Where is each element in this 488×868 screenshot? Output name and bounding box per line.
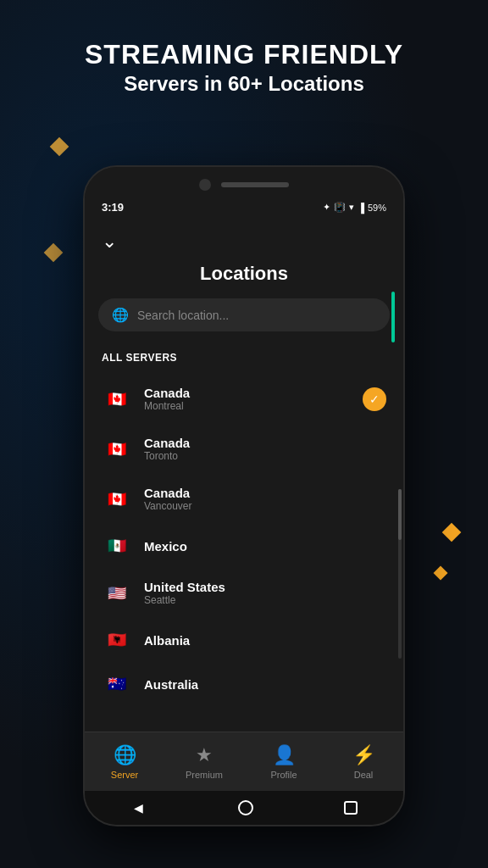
server-list: 🇨🇦 Canada Montreal ✓ 🇨🇦 Canada Toronto 🇨… <box>85 374 403 706</box>
server-nav-label: Server <box>111 770 138 780</box>
camera-icon <box>199 179 211 191</box>
server-country: Australia <box>144 677 386 692</box>
premium-nav-label: Premium <box>186 770 223 780</box>
deal-nav-icon: ⚡ <box>352 744 375 766</box>
recents-nav-button[interactable] <box>344 801 358 815</box>
server-city: Seattle <box>144 594 386 606</box>
banner-subheadline: Servers in 60+ Locations <box>34 70 454 97</box>
server-country: Canada <box>144 386 351 400</box>
phone-notch <box>85 167 403 199</box>
flag-canada-vancouver: 🇨🇦 <box>102 489 132 509</box>
section-label: ALL SERVERS <box>85 345 403 374</box>
decorative-diamond-4 <box>434 566 448 581</box>
server-country: Albania <box>144 633 386 648</box>
status-icons: ✦ 📳 ▾ ▐ 59% <box>323 202 386 213</box>
nav-item-premium[interactable]: ★ Premium <box>164 744 244 780</box>
android-nav-bar: ◀ <box>85 791 403 825</box>
back-button[interactable]: ⌄ <box>85 220 403 263</box>
server-info-mexico: Mexico <box>144 539 386 554</box>
server-item[interactable]: 🇨🇦 Canada Vancouver <box>85 474 403 524</box>
server-city: Vancouver <box>144 500 386 512</box>
profile-nav-label: Profile <box>270 770 297 780</box>
scrollbar-track <box>398 489 402 659</box>
flag-australia: 🇦🇺 <box>102 674 132 694</box>
server-info-australia: Australia <box>144 677 386 692</box>
server-info-canada-toronto: Canada Toronto <box>144 436 386 462</box>
premium-nav-icon: ★ <box>196 744 213 766</box>
signal-icon: ▐ <box>358 203 364 213</box>
flag-canada-montreal: 🇨🇦 <box>102 389 132 409</box>
globe-icon: 🌐 <box>112 307 129 323</box>
server-item[interactable]: 🇲🇽 Mexico <box>85 524 403 568</box>
profile-nav-icon: 👤 <box>273 744 296 766</box>
server-info-canada-montreal: Canada Montreal <box>144 386 351 412</box>
deal-nav-label: Deal <box>354 770 374 780</box>
phone-mockup: 3:19 ✦ 📳 ▾ ▐ 59% ⌄ Locations 🌐 Search lo… <box>83 165 405 826</box>
server-country: Canada <box>144 486 386 500</box>
server-item[interactable]: 🇨🇦 Canada Montreal ✓ <box>85 374 403 424</box>
nav-item-profile[interactable]: 👤 Profile <box>244 744 324 780</box>
server-country: United States <box>144 580 386 594</box>
nav-item-deal[interactable]: ⚡ Deal <box>324 744 403 780</box>
bluetooth-icon: ✦ <box>323 202 330 213</box>
server-item[interactable]: 🇺🇸 United States Seattle <box>85 568 403 618</box>
phone-content: ⌄ Locations 🌐 Search location... ALL SER… <box>85 220 403 802</box>
scrollbar-thumb[interactable] <box>398 489 402 540</box>
server-item[interactable]: 🇦🇺 Australia <box>85 662 403 706</box>
server-nav-icon: 🌐 <box>114 744 136 766</box>
battery-text: 59% <box>368 203 386 213</box>
vibrate-icon: 📳 <box>334 202 346 213</box>
server-item[interactable]: 🇨🇦 Canada Toronto <box>85 424 403 474</box>
search-input[interactable]: Search location... <box>137 309 229 322</box>
back-nav-button[interactable]: ◀ <box>130 799 147 816</box>
nav-item-server[interactable]: 🌐 Server <box>85 744 164 780</box>
banner-headline: STREAMING FRIENDLY <box>34 38 454 70</box>
server-city: Montreal <box>144 400 351 412</box>
server-info-us-seattle: United States Seattle <box>144 580 386 606</box>
flag-mexico: 🇲🇽 <box>102 536 132 556</box>
bottom-navigation: 🌐 Server ★ Premium 👤 Profile ⚡ Deal <box>85 732 403 791</box>
top-banner: STREAMING FRIENDLY Servers in 60+ Locati… <box>0 38 488 97</box>
status-time: 3:19 <box>102 201 124 214</box>
decorative-diamond-3 <box>442 523 462 542</box>
screen-title: Locations <box>85 263 403 298</box>
server-item[interactable]: 🇦🇱 Albania <box>85 618 403 662</box>
server-info-canada-vancouver: Canada Vancouver <box>144 486 386 512</box>
flag-us-seattle: 🇺🇸 <box>102 583 132 604</box>
flag-canada-toronto: 🇨🇦 <box>102 439 132 459</box>
server-info-albania: Albania <box>144 633 386 648</box>
scroll-indicator <box>391 292 395 342</box>
server-country: Mexico <box>144 539 386 554</box>
decorative-diamond-2 <box>44 243 64 263</box>
home-nav-button[interactable] <box>238 800 253 815</box>
status-bar: 3:19 ✦ 📳 ▾ ▐ 59% <box>85 199 403 220</box>
server-country: Canada <box>144 436 386 450</box>
notch-bar <box>221 182 289 187</box>
selected-check-icon: ✓ <box>363 387 386 411</box>
wifi-icon: ▾ <box>349 202 354 213</box>
flag-albania: 🇦🇱 <box>102 630 132 650</box>
chevron-down-icon: ⌄ <box>102 231 117 252</box>
search-bar[interactable]: 🌐 Search location... <box>98 298 390 331</box>
decorative-diamond-1 <box>50 137 69 157</box>
server-city: Toronto <box>144 450 386 462</box>
